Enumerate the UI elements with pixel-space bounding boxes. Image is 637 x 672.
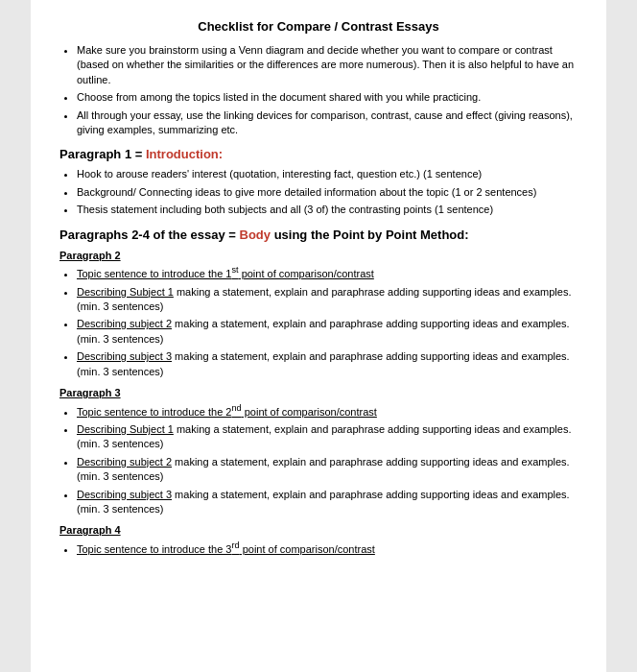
paragraph3-label: Paragraph 3 [59,387,578,398]
intro-bullets-list: Make sure you brainstorm using a Venn di… [77,43,578,137]
paragraph4-label: Paragraph 4 [59,524,578,536]
list-item: Describing Subject 1 making a statement,… [77,285,578,315]
list-item: Describing subject 3 making a statement,… [77,349,578,379]
list-item: Describing subject 2 making a statement,… [77,317,578,347]
paragraph2-bullets-list: Topic sentence to introduce the 1st poin… [77,265,578,379]
list-item: Describing subject 2 making a statement,… [77,455,578,485]
paragraphs-heading: Paragraphs 2-4 of the essay = Body using… [59,228,578,242]
page-container: Checklist for Compare / Contrast Essays … [31,0,606,672]
list-item: All through your essay, use the linking … [77,108,578,138]
paragraph4-bullets-list: Topic sentence to introduce the 3rd poin… [77,540,578,557]
list-item: Topic sentence to introduce the 3rd poin… [77,540,578,557]
list-item: Background/ Connecting ideas to give mor… [77,185,578,200]
paragraph1-heading: Paragraph 1 = Introduction: [59,147,578,161]
list-item: Topic sentence to introduce the 2nd poin… [77,402,578,420]
paragraph2-label: Paragraph 2 [59,250,578,261]
list-item: Hook to arouse readers' interest (quotat… [77,167,578,181]
page-title: Checklist for Compare / Contrast Essays [59,19,578,34]
list-item: Describing subject 3 making a statement,… [77,488,578,517]
list-item: Make sure you brainstorm using a Venn di… [77,43,578,87]
paragraph3-bullets-list: Topic sentence to introduce the 2nd poin… [77,402,578,516]
list-item: Topic sentence to introduce the 1st poin… [77,265,578,282]
list-item: Choose from among the topics listed in t… [77,90,578,105]
paragraph1-bullets-list: Hook to arouse readers' interest (quotat… [77,167,578,217]
list-item: Describing Subject 1 making a statement,… [77,422,578,452]
list-item: Thesis statement including both subjects… [77,203,578,217]
